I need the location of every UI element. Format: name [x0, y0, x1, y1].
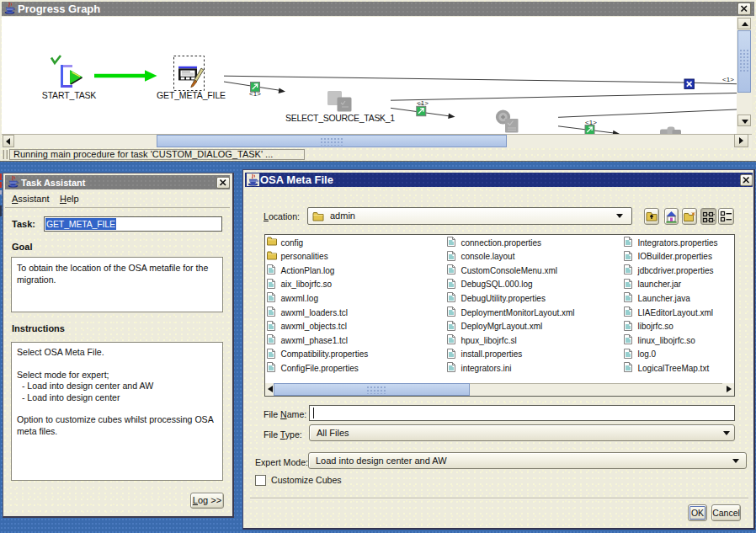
svg-text:<1>: <1> [249, 90, 261, 98]
svg-text:SELECT_SOURCE_TASK_1: SELECT_SOURCE_TASK_1 [285, 113, 395, 123]
svg-text:<1>: <1> [722, 76, 734, 83]
svg-text:<1>: <1> [585, 119, 597, 126]
svg-text:<1>: <1> [417, 99, 429, 107]
svg-text:START_TASK: START_TASK [42, 90, 97, 100]
svg-text:GET_META_FILE: GET_META_FILE [157, 90, 226, 100]
